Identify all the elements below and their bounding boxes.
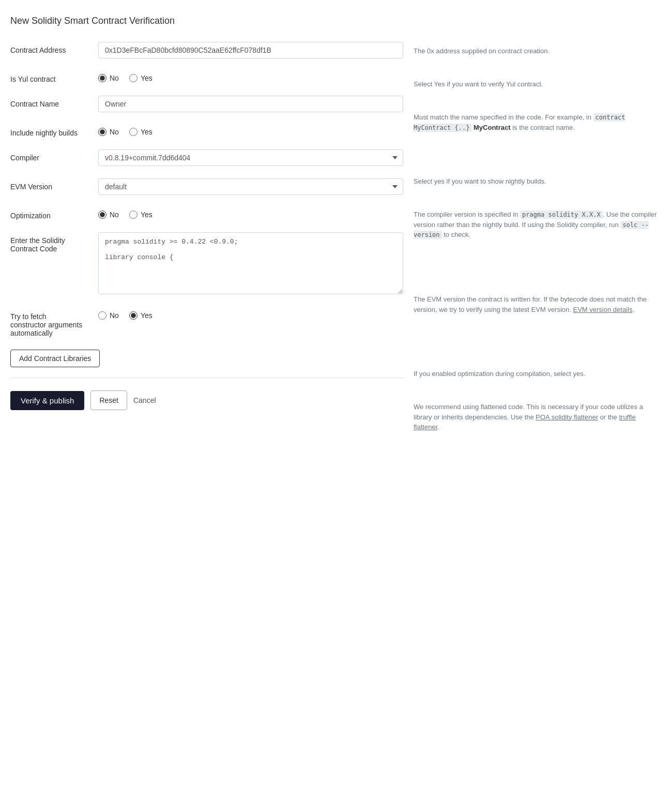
nightly-builds-radio-group: No Yes <box>98 125 403 136</box>
truffle-flattener-link[interactable]: truffle flattener <box>414 413 636 431</box>
contract-address-row: Contract Address <box>10 42 403 58</box>
constructor-no-radio[interactable] <box>98 311 106 320</box>
divider <box>10 378 403 378</box>
constructor-args-row: Try to fetchconstructor argumentsautomat… <box>10 308 403 337</box>
contract-name-bold: MyContract <box>474 124 511 131</box>
page-container: New Solidity Smart Contract Verification… <box>0 0 671 502</box>
optimization-no-option[interactable]: No <box>98 210 119 219</box>
solidity-code-label: Enter the SolidityContract Code <box>10 232 98 253</box>
solidity-code-row: Enter the SolidityContract Code pragma s… <box>10 232 403 296</box>
contract-address-label: Contract Address <box>10 42 98 54</box>
optimization-yes-radio[interactable] <box>129 210 138 219</box>
nightly-builds-label: Include nightly builds <box>10 125 98 137</box>
optimization-help: If you enabled optimization during compi… <box>414 369 661 389</box>
is-yul-yes-label: Yes <box>141 74 152 82</box>
evm-version-row: EVM Version default <box>10 178 403 195</box>
compiler-code2: solc --version <box>414 221 649 239</box>
contract-address-input[interactable] <box>98 42 403 58</box>
nightly-builds-row: Include nightly builds No Yes <box>10 125 403 137</box>
is-yul-no-label: No <box>110 74 119 82</box>
compiler-help: The compiler version is specified in pra… <box>414 209 661 282</box>
verify-publish-button[interactable]: Verify & publish <box>10 391 84 410</box>
is-yul-yes-option[interactable]: Yes <box>129 74 152 82</box>
contract-address-field <box>98 42 403 58</box>
optimization-row: Optimization No Yes <box>10 207 403 220</box>
compiler-label: Compiler <box>10 149 98 162</box>
reset-button[interactable]: Reset <box>90 390 127 410</box>
constructor-args-label: Try to fetchconstructor argumentsautomat… <box>10 308 98 337</box>
constructor-yes-option[interactable]: Yes <box>129 311 152 320</box>
page-title: New Solidity Smart Contract Verification <box>10 16 661 26</box>
optimization-yes-option[interactable]: Yes <box>129 210 152 219</box>
optimization-yes-label: Yes <box>141 210 152 219</box>
is-yul-row: Is Yul contract No Yes <box>10 71 403 83</box>
solidity-code-help: We recommend using flattened code. This … <box>414 402 661 469</box>
compiler-row: Compiler v0.8.19+commit.7dd6d404 <box>10 149 403 166</box>
action-buttons: Verify & publish Reset Cancel <box>10 390 403 410</box>
form-help: The 0x address supplied on contract crea… <box>414 42 661 482</box>
optimization-no-radio[interactable] <box>98 210 106 219</box>
optimization-no-label: No <box>110 210 119 219</box>
is-yul-no-radio[interactable] <box>98 74 106 82</box>
contract-name-code-example: contract MyContract {..} <box>414 113 625 132</box>
contract-name-label: Contract Name <box>10 96 98 108</box>
solidity-code-textarea[interactable]: pragma solidity >= 0.4.22 <0.9.0; librar… <box>98 232 403 294</box>
contract-address-help: The 0x address supplied on contract crea… <box>414 46 661 67</box>
constructor-no-label: No <box>110 311 119 320</box>
evm-version-label: EVM Version <box>10 178 98 191</box>
nightly-yes-label: Yes <box>141 128 152 136</box>
constructor-no-option[interactable]: No <box>98 311 119 320</box>
nightly-builds-help: Select yes if you want to show nightly b… <box>414 176 661 197</box>
is-yul-label: Is Yul contract <box>10 71 98 83</box>
contract-name-help: Must match the name specified in the cod… <box>414 112 661 164</box>
is-yul-yes-radio[interactable] <box>129 74 138 82</box>
constructor-args-radio-group: No Yes <box>98 308 403 320</box>
nightly-no-option[interactable]: No <box>98 128 119 136</box>
add-libraries-button[interactable]: Add Contract Libraries <box>10 350 100 367</box>
constructor-yes-radio[interactable] <box>129 311 138 320</box>
optimization-label: Optimization <box>10 207 98 220</box>
compiler-select[interactable]: v0.8.19+commit.7dd6d404 <box>98 149 403 166</box>
form-main: Contract Address Is Yul contract No <box>10 42 403 482</box>
add-libraries-section: Add Contract Libraries <box>10 350 403 367</box>
nightly-no-label: No <box>110 128 119 136</box>
evm-version-select[interactable]: default <box>98 178 403 195</box>
contract-name-input[interactable] <box>98 96 403 112</box>
cancel-button[interactable]: Cancel <box>133 394 156 407</box>
nightly-yes-radio[interactable] <box>129 128 138 136</box>
is-yul-help: Select Yes if you want to verify Yul con… <box>414 79 661 100</box>
optimization-radio-group: No Yes <box>98 207 403 219</box>
nightly-no-radio[interactable] <box>98 128 106 136</box>
form-layout: Contract Address Is Yul contract No <box>10 42 661 482</box>
evm-version-details-link[interactable]: EVM version details <box>573 306 633 313</box>
is-yul-radio-group: No Yes <box>98 71 403 82</box>
constructor-yes-label: Yes <box>141 311 152 320</box>
poa-flattener-link[interactable]: POA solidity flattener <box>536 413 598 421</box>
contract-name-row: Contract Name <box>10 96 403 112</box>
evm-version-help: The EVM version the contract is written … <box>414 294 661 356</box>
is-yul-no-option[interactable]: No <box>98 74 119 82</box>
nightly-yes-option[interactable]: Yes <box>129 128 152 136</box>
compiler-code1: pragma solidity X.X.X <box>520 210 603 219</box>
